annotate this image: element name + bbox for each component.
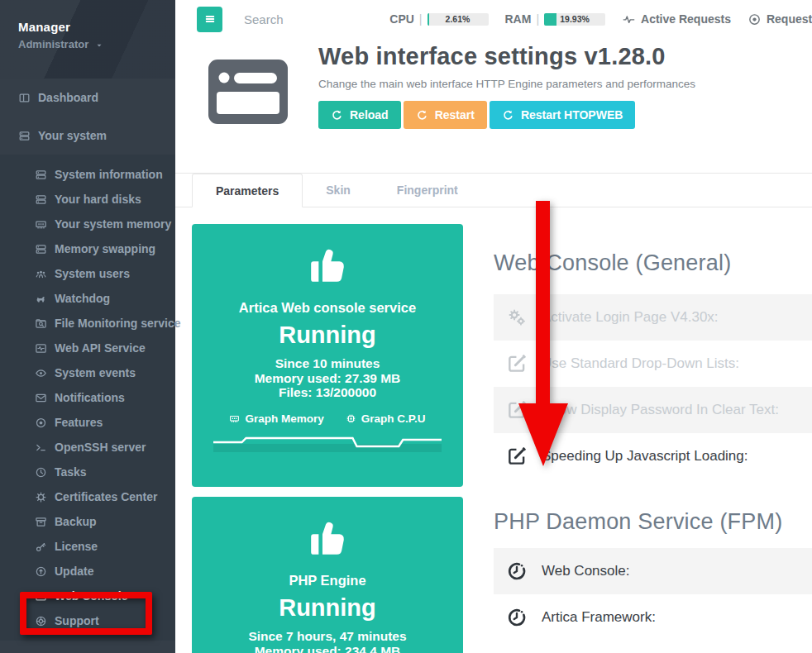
sidebar-item-label: Tasks bbox=[55, 465, 87, 479]
sidebar: Manager Administrator Dashboard Your sys… bbox=[0, 0, 175, 653]
archive-icon bbox=[35, 516, 47, 528]
sidebar-item-system-information[interactable]: System information bbox=[0, 162, 175, 187]
cpu-meter: CPU | 2.61% bbox=[389, 12, 488, 26]
dog-icon bbox=[35, 293, 47, 305]
link-label: Graph C.P.U bbox=[361, 412, 426, 425]
web-interface-icon bbox=[208, 60, 288, 124]
setting-label: Web Console: bbox=[542, 563, 629, 579]
sidebar-item-your-system-memory[interactable]: Your system memory bbox=[0, 212, 175, 236]
graph-cpu-link[interactable]: Graph C.P.U bbox=[346, 412, 426, 425]
sidebar-item-label: System users bbox=[55, 267, 130, 280]
graph-memory-link[interactable]: Graph Memory bbox=[229, 412, 323, 425]
service-stats: Since 7 hours, 47 minutes Memory used: 2… bbox=[192, 629, 463, 653]
edit-icon bbox=[506, 399, 528, 421]
sidebar-item-license[interactable]: License bbox=[0, 534, 175, 559]
restart-htopweb-button[interactable]: Restart HTOPWEB bbox=[490, 101, 635, 129]
tab-skin[interactable]: Skin bbox=[303, 174, 374, 207]
sidebar-item-system-users[interactable]: System users bbox=[0, 261, 175, 286]
service-cards-column: Artica Web console service Running Since… bbox=[192, 224, 463, 653]
life-ring-icon bbox=[35, 615, 47, 627]
service-memory: Memory used: 27.39 MB bbox=[192, 371, 463, 386]
active-requests-label: Active Requests bbox=[641, 12, 731, 26]
user-role-dropdown[interactable]: Administrator bbox=[18, 38, 175, 50]
setting-row-web-console-fpm[interactable]: Web Console: bbox=[494, 548, 812, 594]
cpu-chip-icon bbox=[346, 413, 356, 424]
sidebar-item-label: Dashboard bbox=[38, 91, 98, 104]
separator: | bbox=[419, 12, 423, 26]
thumbs-up-icon bbox=[303, 241, 351, 289]
service-files: Files: 13/200000 bbox=[192, 385, 463, 400]
link-label: Graph Memory bbox=[245, 412, 323, 425]
sidebar-item-label: License bbox=[55, 540, 98, 553]
requests-link[interactable]: Requests bbox=[748, 12, 812, 26]
setting-row-activate-login-page[interactable]: Activate Login Page V4.30x: bbox=[494, 294, 812, 341]
tab-parameters[interactable]: Parameters bbox=[192, 174, 303, 207]
sidebar-item-label: Web API Service bbox=[55, 341, 146, 355]
users-icon bbox=[35, 268, 47, 280]
sidebar-item-support[interactable]: Support bbox=[0, 608, 175, 633]
service-memory: Memory used: 234.4 MB bbox=[192, 644, 463, 653]
sidebar-item-label: Certificates Center bbox=[55, 490, 158, 503]
user-name: Manager bbox=[18, 20, 175, 34]
user-role-label: Administrator bbox=[18, 38, 88, 50]
setting-row-standard-dropdown-lists[interactable]: Use Standard Drop-Down Lists: bbox=[494, 341, 812, 387]
sidebar-item-label: Your system memory bbox=[55, 217, 171, 231]
page-subtitle: Change the main web interface HTTP Engin… bbox=[318, 78, 695, 90]
settings-rows-fpm: Web Console: Artica Framework: bbox=[494, 548, 812, 641]
sidebar-item-system-events[interactable]: System events bbox=[0, 360, 175, 385]
reload-button[interactable]: Reload bbox=[318, 101, 401, 129]
page-header: Web interface settings v1.28.0 Change th… bbox=[175, 38, 812, 173]
sidebar-item-web-console[interactable]: Web Console bbox=[0, 584, 175, 608]
sidebar-user-header: Manager Administrator bbox=[0, 0, 175, 79]
sidebar-item-label: Your hard disks bbox=[55, 193, 141, 206]
server-icon bbox=[35, 169, 47, 181]
rosette-icon bbox=[35, 491, 47, 503]
service-stats: Since 10 minutes Memory used: 27.39 MB F… bbox=[192, 356, 463, 400]
button-label: Restart bbox=[435, 108, 475, 122]
sidebar-item-openssh-server[interactable]: OpenSSH server bbox=[0, 435, 175, 460]
memory-sparkline bbox=[192, 432, 463, 452]
separator: | bbox=[536, 12, 539, 26]
target-icon bbox=[35, 417, 47, 429]
sidebar-nav: Dashboard Your system System information… bbox=[0, 79, 175, 641]
service-uptime: Since 7 hours, 47 minutes bbox=[192, 629, 463, 644]
sidebar-item-tasks[interactable]: Tasks bbox=[0, 460, 175, 484]
setting-row-artica-framework[interactable]: Artica Framework: bbox=[494, 594, 812, 641]
service-status: Running bbox=[192, 594, 463, 622]
requests-label: Requests bbox=[767, 12, 812, 26]
sidebar-item-label: Your system bbox=[38, 129, 107, 142]
sidebar-item-watchdog[interactable]: Watchdog bbox=[0, 286, 175, 311]
sidebar-item-your-hard-disks[interactable]: Your hard disks bbox=[0, 187, 175, 212]
update-icon bbox=[35, 565, 47, 578]
service-name: PHP Engine bbox=[192, 573, 463, 589]
menu-toggle-button[interactable] bbox=[197, 7, 222, 32]
timer-icon bbox=[506, 607, 528, 628]
setting-row-display-password-clear-text[interactable]: Show Display Password In Clear Text: bbox=[494, 387, 812, 433]
restart-button[interactable]: Restart bbox=[404, 101, 487, 129]
sidebar-item-notifications[interactable]: Notifications bbox=[0, 385, 175, 410]
sidebar-item-certificates-center[interactable]: Certificates Center bbox=[0, 484, 175, 509]
section-title-php-daemon-fpm: PHP Daemon Service (FPM) bbox=[494, 509, 812, 535]
search-input[interactable] bbox=[244, 12, 368, 26]
sidebar-item-features[interactable]: Features bbox=[0, 410, 175, 435]
sidebar-item-file-monitoring-service[interactable]: File Monitoring service bbox=[0, 311, 175, 336]
folder-search-icon bbox=[35, 317, 47, 330]
sidebar-item-backup[interactable]: Backup bbox=[0, 509, 175, 534]
tab-fingerprint[interactable]: Fingerprint bbox=[374, 174, 481, 207]
sidebar-item-memory-swapping[interactable]: Memory swapping bbox=[0, 236, 175, 261]
setting-label: Use Standard Drop-Down Lists: bbox=[542, 355, 739, 372]
sidebar-item-dashboard[interactable]: Dashboard bbox=[0, 79, 175, 117]
sidebar-item-your-system[interactable]: Your system bbox=[0, 117, 175, 155]
sidebar-item-label: Backup bbox=[55, 515, 97, 528]
service-card-artica-web-console: Artica Web console service Running Since… bbox=[192, 224, 463, 487]
sidebar-item-update[interactable]: Update bbox=[0, 559, 175, 584]
setting-row-speeding-up-javascript[interactable]: Speeding Up Javascript Loading: bbox=[494, 433, 812, 479]
ram-percent: 19.93% bbox=[544, 13, 605, 26]
topbar: CPU | 2.61% RAM | 19.93% Active Requests… bbox=[175, 0, 812, 38]
sidebar-item-label: OpenSSH server bbox=[55, 441, 146, 454]
sidebar-item-web-api-service[interactable]: Web API Service bbox=[0, 336, 175, 360]
card-icon bbox=[35, 590, 47, 603]
sidebar-item-label: Memory swapping bbox=[55, 242, 155, 255]
sidebar-item-label: System information bbox=[55, 168, 163, 181]
active-requests-link[interactable]: Active Requests bbox=[622, 12, 731, 26]
